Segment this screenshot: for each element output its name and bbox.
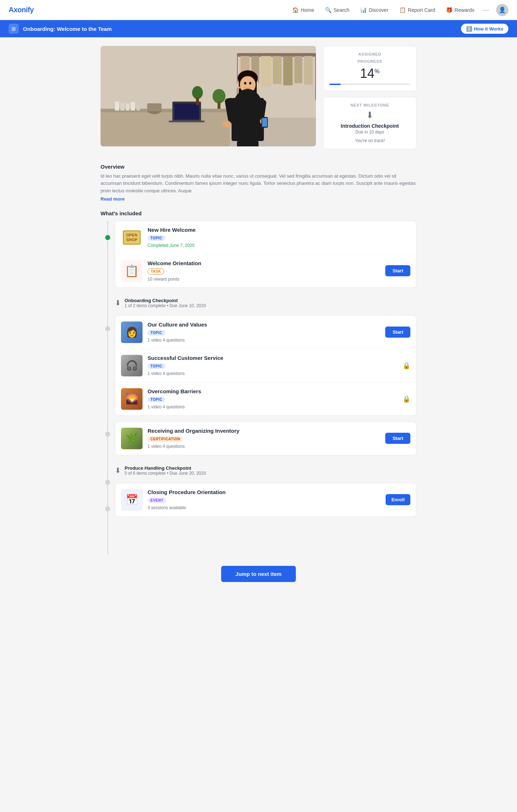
milestone-icon: ⬇ [329, 110, 410, 120]
milestone-title: Introduction Checkpoint [329, 123, 410, 129]
checkpoint-1: ⬇ Onboarding Checkpoint 1 of 2 items com… [115, 294, 416, 313]
milestone-due: Due in 10 days [329, 130, 410, 135]
timeline-dot-3 [105, 432, 110, 437]
customer-service-badge: TOPIC [148, 363, 165, 369]
group-card-1: OPENSHOP New Hire Welcome TOPIC Complete… [115, 221, 416, 288]
assigned-label: ASSIGNED [329, 52, 410, 56]
inventory-start-button[interactable]: Start [385, 433, 410, 444]
group-card-3: 🌿 Receiving and Organizing Inventory CER… [115, 422, 416, 455]
svg-rect-7 [261, 56, 271, 86]
info-icon: ℹ️ [466, 26, 472, 32]
svg-rect-24 [218, 102, 220, 109]
svg-rect-3 [237, 57, 238, 100]
svg-rect-15 [115, 102, 119, 111]
checkpoint-1-icon: ⬇ [115, 299, 121, 307]
barriers-meta: 1 video 4 questions [148, 404, 397, 409]
read-more-link[interactable]: Read more [101, 196, 416, 202]
checkpoint-2-sub: 0 of 6 items complete • Due June 20, 202… [125, 471, 206, 476]
nav-home[interactable]: 🏠 Home [288, 5, 318, 15]
svg-rect-46 [237, 141, 258, 146]
inventory-badge: CERTIFICATION [148, 436, 183, 442]
item-info-barriers: Overcoming Barriers TOPIC 1 video 4 ques… [148, 388, 397, 409]
list-item-culture: 👩 Our Culture and Values TOPIC 1 video 4… [115, 316, 416, 349]
progress-bar-fill [329, 84, 341, 85]
home-icon: 🏠 [292, 7, 299, 13]
svg-point-25 [192, 86, 203, 99]
nav-rewards[interactable]: 🎁 Rewards [442, 5, 479, 15]
customer-service-meta: 1 video 4 questions [148, 371, 397, 376]
report-card-icon: 📋 [399, 7, 406, 13]
next-milestone-label: NEXT MILESTONE [329, 103, 410, 107]
subnav: ⊞ Onboarding: Welcome to the Team ℹ️ How… [0, 20, 517, 37]
checkpoint-2: ⬇ Produce Handling Checkpoint 0 of 6 ite… [115, 461, 416, 480]
item-info-inventory: Receiving and Organizing Inventory CERTI… [148, 428, 380, 449]
svg-rect-16 [120, 103, 125, 111]
inventory-meta: 1 video 4 questions [148, 444, 380, 449]
svg-rect-21 [174, 103, 199, 119]
thumb-new-hire: OPENSHOP [121, 227, 143, 248]
list-item-customer-service: 🎧 Successful Customer Service TOPIC 1 vi… [115, 349, 416, 382]
svg-rect-9 [283, 56, 293, 85]
svg-rect-28 [147, 103, 162, 111]
checkpoint-1-info: Onboarding Checkpoint 1 of 2 items compl… [125, 298, 206, 308]
group-card-2: 👩 Our Culture and Values TOPIC 1 video 4… [115, 315, 416, 416]
avatar[interactable]: 👤 [496, 4, 508, 16]
navbar: Axonify 🏠 Home 🔍 Search 📊 Discover 📋 Rep… [0, 0, 517, 20]
nav-discover[interactable]: 📊 Discover [356, 5, 392, 15]
lock-icon-1: 🔒 [402, 362, 410, 369]
closing-title: Closing Procedure Orientation [148, 489, 381, 495]
nav-search[interactable]: 🔍 Search [321, 5, 354, 15]
closing-enroll-button[interactable]: Enroll [386, 494, 410, 505]
svg-rect-22 [169, 121, 205, 122]
culture-badge: TOPIC [148, 330, 165, 335]
welcome-orientation-start-button[interactable]: Start [385, 265, 410, 276]
assigned-card: ASSIGNED PROGRESS 14% [323, 46, 416, 91]
checkpoint-2-title: Produce Handling Checkpoint [125, 465, 206, 471]
svg-rect-8 [273, 56, 281, 84]
list-item-barriers: 🌄 Overcoming Barriers TOPIC 1 video 4 qu… [115, 382, 416, 416]
course-icon: ⊞ [9, 24, 19, 34]
milestone-status: You're on track! [329, 138, 410, 143]
group-card-4: 📅 Closing Procedure Orientation EVENT 3 … [115, 483, 416, 517]
barriers-action: 🔒 [402, 395, 410, 403]
timeline-dot-4 [105, 480, 110, 485]
discover-icon: 📊 [360, 7, 367, 13]
svg-rect-14 [101, 109, 230, 112]
svg-rect-17 [126, 103, 130, 111]
more-menu[interactable]: ··· [481, 4, 491, 16]
nav-items: 🏠 Home 🔍 Search 📊 Discover 📋 Report Card… [288, 4, 508, 16]
item-info-culture: Our Culture and Values TOPIC 1 video 4 q… [148, 321, 380, 343]
customer-service-title: Successful Customer Service [148, 355, 397, 361]
welcome-orientation-title: Welcome Orientation [148, 260, 380, 266]
svg-rect-10 [294, 56, 302, 83]
progress-label: PROGRESS [329, 59, 410, 64]
content-area: OPENSHOP New Hire Welcome TOPIC Complete… [115, 221, 416, 554]
culture-meta: 1 video 4 questions [148, 338, 380, 343]
thumb-barriers: 🌄 [121, 388, 143, 410]
svg-point-34 [244, 82, 246, 85]
timeline-container: OPENSHOP New Hire Welcome TOPIC Complete… [101, 221, 416, 554]
hero-image [101, 46, 316, 146]
nav-report-card[interactable]: 📋 Report Card [395, 5, 439, 15]
thumb-welcome-orientation: 📋 [121, 260, 143, 282]
svg-rect-4 [315, 57, 316, 100]
jump-button[interactable]: Jump to next item [221, 566, 296, 582]
checkpoint-2-icon: ⬇ [115, 466, 121, 475]
progress-value: 14% [329, 66, 410, 81]
course-title: Onboarding: Welcome to the Team [23, 26, 461, 32]
welcome-orientation-action: Start [385, 265, 410, 276]
how-it-works-button[interactable]: ℹ️ How it Works [461, 24, 508, 34]
new-hire-badge: TOPIC [148, 235, 165, 241]
welcome-orientation-meta: 10 reward points [148, 277, 380, 282]
checkpoint-1-sub: 1 of 2 items complete • Due June 10, 202… [125, 303, 206, 308]
culture-start-button[interactable]: Start [385, 327, 410, 338]
closing-action: Enroll [386, 494, 410, 505]
item-info-new-hire: New Hire Welcome TOPIC Completed June 7,… [148, 227, 410, 248]
barriers-title: Overcoming Barriers [148, 388, 397, 394]
customer-service-action: 🔒 [402, 362, 410, 370]
overview-title: Overview [101, 164, 416, 170]
welcome-orientation-badge: TASK [148, 268, 164, 274]
svg-point-23 [213, 89, 225, 103]
new-hire-meta: Completed June 7, 2020 [148, 243, 410, 248]
item-info-customer-service: Successful Customer Service TOPIC 1 vide… [148, 355, 397, 376]
